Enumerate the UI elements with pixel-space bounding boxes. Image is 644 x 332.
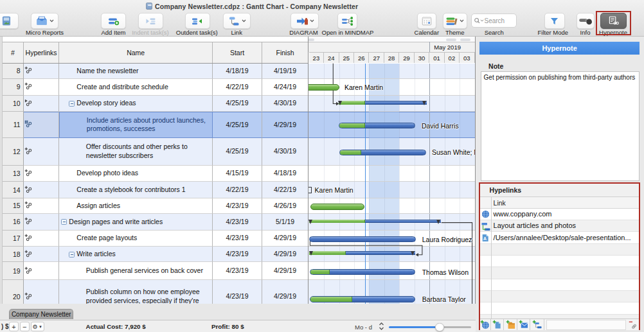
tab-company-newsletter[interactable]: Company Newsletter [9,309,73,319]
hyperlink-cell[interactable] [24,182,59,198]
column-header-hyperlinks[interactable]: Hyperlinks [24,42,59,64]
hyperlink-row[interactable] [480,291,639,302]
link-button[interactable] [223,13,251,29]
settings-gear-button[interactable]: ⚙ ▼ [31,322,45,331]
finish-date-cell[interactable]: 4/26/19 [262,198,309,214]
start-date-cell[interactable]: 4/23/19 [213,262,262,280]
hyperlink-cell[interactable] [24,198,59,214]
start-date-cell[interactable]: 4/18/19 [213,64,262,80]
row-number-cell[interactable]: 8 [3,64,24,80]
hyperlink-cell[interactable] [24,231,59,247]
gantt-task-bar[interactable] [309,84,339,91]
outdent-task-button[interactable] [185,13,210,29]
row-number-cell[interactable]: 13 [3,166,24,182]
start-date-cell[interactable]: 4/22/19 [213,182,262,198]
day-header-cell[interactable]: 02 [445,52,460,63]
collapse-minus-icon[interactable] [61,219,67,225]
gantt-task-bar[interactable] [339,150,426,156]
diagram-button[interactable] [291,13,319,29]
column-header-start[interactable]: Start [213,42,262,64]
row-number-cell[interactable]: 10 [3,96,24,112]
row-number-cell[interactable]: 9 [3,79,24,95]
gantt-summary-bar[interactable] [309,251,415,255]
start-date-cell[interactable]: 4/23/19 [213,214,262,230]
finish-date-cell[interactable]: 4/29/19 [262,112,309,138]
day-header-cell[interactable]: 27 [369,52,384,63]
hyperlink-cell[interactable] [24,96,59,112]
task-name-cell[interactable]: Create a stylebook for contributors 1 [59,182,213,198]
add-row-button[interactable]: + [9,322,19,331]
day-header-cell[interactable]: 01 [429,52,444,63]
row-number-cell[interactable]: 20 [3,280,24,304]
open-in-mindmap-button[interactable] [337,13,357,29]
task-name-cell[interactable]: Write articles [59,247,213,263]
finish-date-cell[interactable]: 4/29/19 [262,247,309,263]
column-header-finish[interactable]: Finish [262,42,309,64]
task-name-cell[interactable]: Publish general services on back cover [59,262,213,280]
task-name-cell[interactable]: Develop photo ideas [59,166,213,182]
hyperlink-row[interactable]: Layout articles and photos [480,220,639,232]
add-file-link-button[interactable] [491,319,505,331]
row-number-cell[interactable]: 18 [3,247,24,263]
finish-date-cell[interactable]: 4/19/19 [262,64,309,80]
start-date-cell[interactable]: 4/23/19 [213,198,262,214]
start-date-cell[interactable]: 4/25/19 [213,138,262,166]
zoom-slider-track-filled[interactable] [389,326,440,328]
table-gantt-divider[interactable] [308,37,309,304]
task-name-cell[interactable]: Design pages and write articles [59,214,213,230]
finish-date-cell[interactable]: 4/29/19 [262,280,309,304]
start-date-cell[interactable]: 4/25/19 [213,96,262,112]
info-button[interactable] [577,13,595,29]
row-number-cell[interactable]: 17 [3,231,24,247]
hyperlink-cell[interactable] [24,262,59,280]
hyperlink-row[interactable] [480,244,639,256]
finish-date-cell[interactable]: 4/22/19 [262,182,309,198]
zoom-slider-track-empty[interactable] [440,326,471,328]
add-mail-link-button[interactable] [517,319,530,331]
day-header-cell[interactable]: 23 [309,52,324,63]
task-name-cell[interactable]: Create page layouts [59,231,213,247]
task-name-cell[interactable]: Offer discounts and other perks to newsl… [59,138,213,166]
row-number-cell[interactable]: 12 [3,138,24,166]
row-number-cell[interactable]: 15 [3,198,24,214]
gantt-task-bar[interactable] [310,269,416,275]
gantt-task-bar[interactable] [310,204,365,210]
add-diagram-link-button[interactable] [530,319,544,331]
row-number-cell[interactable]: 11 [3,112,24,138]
finish-date-cell[interactable]: 4/30/19 [262,96,309,112]
indent-task-button[interactable] [138,13,163,29]
start-date-cell[interactable]: 4/15/19 [213,166,262,182]
column-header-name[interactable]: Name [59,42,213,64]
gantt-task-bar[interactable] [339,123,415,129]
start-date-cell[interactable]: 4/23/19 [213,280,262,304]
hyperlink-row[interactable] [480,279,639,291]
start-date-cell[interactable]: 4/23/19 [213,231,262,247]
search-input[interactable]: Search [471,13,517,28]
day-header-cell[interactable]: 24 [324,52,339,63]
task-name-cell[interactable]: Create and distribute schedule [59,79,213,95]
collapse-minus-icon[interactable] [69,101,75,107]
hyperlink-cell[interactable] [24,166,59,182]
hyperlink-cell[interactable] [24,112,59,138]
hyperlink-cell[interactable] [24,79,59,95]
hyperlink-row[interactable]: A/Users/annalee/Desktop/sale-presentatio… [480,232,639,244]
day-header-cell[interactable]: 26 [354,52,369,63]
filter-mode-button[interactable] [544,13,565,29]
hyperlink-row[interactable]: www.coppany.com [480,209,639,220]
add-folder-link-button[interactable] [504,319,517,331]
calendar-button[interactable] [417,13,437,29]
day-header-cell[interactable]: 25 [339,52,354,63]
add-item-button[interactable] [101,13,126,29]
finish-date-cell[interactable]: 4/29/19 [262,262,309,280]
task-name-cell[interactable]: Develop story ideas [59,96,213,112]
hyperlink-cell[interactable] [24,247,59,263]
gantt-summary-bar[interactable] [309,220,441,223]
theme-button[interactable] [443,13,467,29]
row-number-cell[interactable]: 14 [3,182,24,198]
finish-date-cell[interactable]: 4/18/19 [262,166,309,182]
finish-date-cell[interactable]: 4/29/19 [262,231,309,247]
task-name-cell[interactable]: Assign articles [59,198,213,214]
start-date-cell[interactable]: 4/25/19 [213,112,262,138]
start-date-cell[interactable]: 4/23/19 [213,247,262,263]
day-header-cell[interactable]: 03 [460,52,474,63]
